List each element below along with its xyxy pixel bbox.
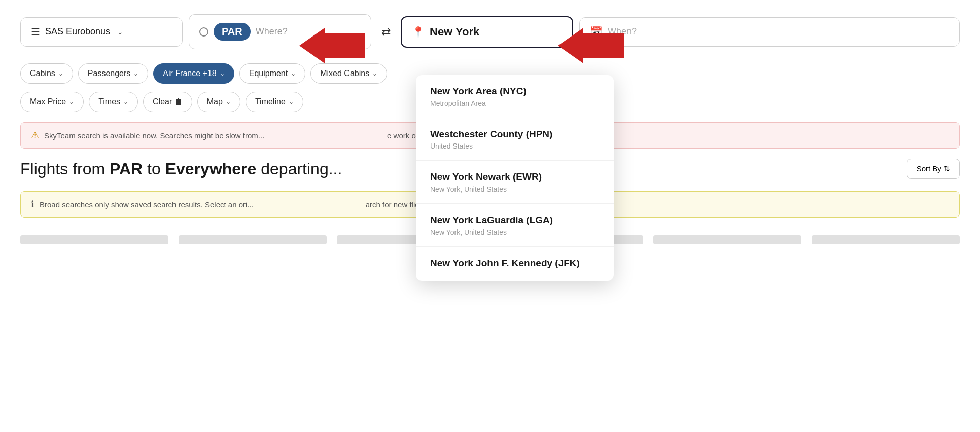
equipment-chevron-icon: ⌄ (291, 70, 296, 77)
col-duration (812, 235, 960, 244)
airline-filter[interactable]: Air France +18 ⌄ (153, 63, 234, 84)
dropdown-item-jfk[interactable]: New York John F. Kennedy (JFK) (416, 247, 614, 281)
equipment-filter[interactable]: Equipment ⌄ (239, 63, 306, 84)
title-prefix: Flights from (20, 160, 110, 178)
times-filter[interactable]: Times ⌄ (89, 92, 138, 112)
title-mid: to (143, 160, 165, 178)
passengers-filter[interactable]: Passengers ⌄ (78, 63, 149, 84)
date-field[interactable]: 📅 When? (579, 17, 960, 47)
times-label: Times (98, 97, 120, 106)
jfk-label: New York John F. Kennedy (JFK) (430, 257, 600, 270)
col-arrival (179, 235, 327, 244)
clear-button[interactable]: Clear 🗑 (143, 92, 192, 112)
left-arrow-svg (299, 28, 365, 63)
warning-icon: ⚠ (31, 130, 39, 141)
mixed-cabins-chevron-icon: ⌄ (372, 70, 377, 77)
max-price-chevron-icon: ⌄ (69, 98, 74, 105)
destination-value: New York (430, 25, 479, 39)
timeline-label: Timeline (255, 97, 286, 106)
dropdown-item-lga[interactable]: New York LaGuardia (LGA) New York, Unite… (416, 204, 614, 247)
destination-field[interactable]: 📍 New York (401, 16, 573, 48)
loyalty-selector[interactable]: ☰ SAS Eurobonus ⌄ (20, 17, 183, 47)
equipment-label: Equipment (249, 69, 288, 78)
annotation-arrow-1 (299, 28, 365, 65)
map-filter[interactable]: Map ⌄ (197, 92, 240, 112)
title-suffix: departing... (256, 160, 342, 178)
hpn-sub: United States (430, 142, 600, 150)
timeline-chevron-icon: ⌄ (289, 98, 294, 105)
max-price-filter[interactable]: Max Price ⌄ (20, 92, 84, 112)
dropdown-item-nyc[interactable]: New York Area (NYC) Metropolitan Area (416, 75, 614, 118)
hpn-label: Westchester County (HPN) (430, 128, 600, 141)
sort-by-button[interactable]: Sort By ⇅ (907, 159, 960, 179)
map-chevron-icon: ⌄ (226, 98, 231, 105)
sort-label: Sort By ⇅ (917, 164, 950, 173)
title-origin: PAR (110, 160, 143, 178)
info-icon: ℹ (31, 199, 34, 210)
airline-label: Air France +18 (163, 69, 216, 78)
lga-sub: New York, United States (430, 228, 600, 236)
dropdown-item-hpn[interactable]: Westchester County (HPN) United States (416, 118, 614, 161)
times-chevron-icon: ⌄ (123, 98, 128, 105)
cabins-filter[interactable]: Cabins ⌄ (20, 63, 73, 84)
loyalty-chevron-icon: ⌄ (117, 28, 123, 36)
info-text: Broad searches only show saved search re… (40, 200, 432, 209)
alert-text: SkyTeam search is available now. Searche… (44, 131, 461, 140)
ewr-sub: New York, United States (430, 185, 600, 193)
menu-icon: ☰ (31, 26, 40, 38)
col-price (653, 235, 801, 244)
max-price-label: Max Price (30, 97, 66, 106)
map-label: Map (207, 97, 223, 106)
svg-marker-1 (558, 28, 624, 63)
origin-circle-icon (199, 27, 208, 37)
col-departure (20, 235, 168, 244)
destination-pin-icon: 📍 (412, 26, 425, 38)
dropdown-item-ewr[interactable]: New York Newark (EWR) New York, United S… (416, 161, 614, 204)
airline-chevron-icon: ⌄ (220, 70, 225, 77)
lga-label: New York LaGuardia (LGA) (430, 214, 600, 227)
timeline-filter[interactable]: Timeline ⌄ (246, 92, 303, 112)
location-dropdown: New York Area (NYC) Metropolitan Area We… (416, 75, 614, 281)
page-title: Flights from PAR to Everywhere departing… (20, 160, 342, 178)
origin-badge: PAR (214, 23, 251, 41)
right-arrow-svg (558, 28, 624, 63)
nyc-area-label: New York Area (NYC) (430, 85, 600, 98)
cabins-chevron-icon: ⌄ (58, 70, 63, 77)
clear-label: Clear 🗑 (153, 97, 183, 106)
swap-button[interactable]: ⇄ (377, 21, 395, 43)
annotation-arrow-2 (558, 28, 624, 65)
mixed-cabins-label: Mixed Cabins (320, 69, 369, 78)
title-dest: Everywhere (165, 160, 257, 178)
passengers-label: Passengers (88, 69, 131, 78)
cabins-label: Cabins (30, 69, 55, 78)
mixed-cabins-filter[interactable]: Mixed Cabins ⌄ (310, 63, 387, 84)
search-bar: ☰ SAS Eurobonus ⌄ PAR Where? ⇄ 📍 New Yor… (0, 0, 980, 59)
nyc-area-sub: Metropolitan Area (430, 99, 600, 107)
loyalty-label: SAS Eurobonus (45, 26, 110, 37)
svg-marker-0 (299, 28, 365, 63)
passengers-chevron-icon: ⌄ (133, 70, 138, 77)
ewr-label: New York Newark (EWR) (430, 171, 600, 184)
